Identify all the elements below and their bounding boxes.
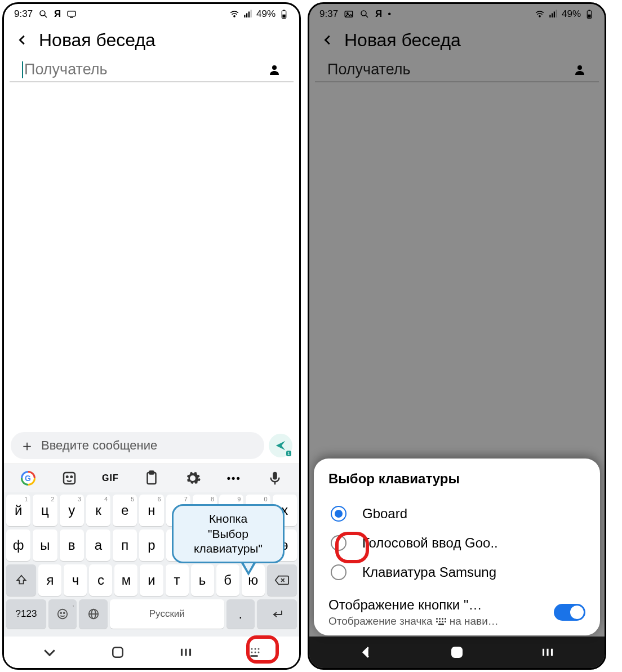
key-б[interactable]: б — [216, 564, 239, 596]
key-в[interactable]: в — [60, 529, 84, 561]
key-ь[interactable]: ь — [191, 564, 214, 596]
compose-pill[interactable]: ＋ Введите сообщение — [11, 432, 264, 459]
keyboard-option-samsung[interactable]: Клавиатура Samsung — [328, 558, 585, 587]
dot-icon: • — [388, 8, 391, 20]
toggle-subtitle: Отображение значка на нави… — [328, 615, 554, 628]
wifi-icon — [535, 9, 545, 19]
mic-icon[interactable] — [266, 470, 283, 487]
keyboard-picker-sheet: Выбор клавиатуры Gboard Голосовой ввод G… — [314, 459, 600, 635]
nav-back[interactable] — [358, 644, 375, 661]
battery-pct: 49% — [562, 8, 581, 20]
key-с[interactable]: с — [89, 564, 112, 596]
sticker-icon[interactable] — [61, 470, 78, 487]
attach-icon[interactable]: ＋ — [20, 436, 34, 456]
google-icon[interactable] — [20, 470, 37, 487]
key-ы[interactable]: ы — [33, 529, 57, 561]
sim-badge: 1 — [286, 451, 291, 456]
toggle-label: Отображение кнопки "… — [328, 597, 554, 613]
page-title: Новая беседа — [344, 30, 461, 51]
key-н[interactable]: н6 — [139, 495, 163, 526]
keyboard-option-gboard[interactable]: Gboard — [328, 499, 585, 528]
contact-picker-icon[interactable] — [573, 63, 587, 77]
svg-point-53 — [577, 65, 582, 70]
gif-button[interactable]: GIF — [102, 470, 119, 487]
recipient-placeholder: Получатель — [24, 61, 268, 78]
signal-icon — [243, 9, 253, 19]
svg-rect-11 — [283, 10, 285, 11]
app-header: Новая беседа — [4, 22, 299, 56]
svg-point-14 — [66, 476, 68, 478]
key-у[interactable]: у3 — [60, 495, 84, 526]
keyboard-toolbar: GIF ••• — [4, 464, 299, 492]
back-button[interactable] — [322, 32, 334, 49]
svg-rect-2 — [68, 11, 76, 16]
emoji-key[interactable]: , — [48, 599, 77, 629]
ya-icon: Я — [54, 8, 61, 20]
keyboard-dots-icon — [436, 618, 446, 625]
nav-home[interactable] — [448, 644, 465, 661]
enter-key[interactable] — [257, 599, 297, 629]
callout-tail — [241, 562, 256, 576]
nav-hide-keyboard[interactable] — [41, 644, 58, 661]
svg-point-22 — [58, 609, 68, 619]
nav-home[interactable] — [109, 644, 126, 661]
shift-key[interactable] — [6, 564, 36, 596]
toggle-switch-on[interactable] — [554, 604, 585, 621]
key-р[interactable]: р — [139, 529, 163, 561]
sheet-title: Выбор клавиатуры — [328, 471, 585, 487]
key-к[interactable]: к4 — [86, 495, 110, 526]
svg-point-45 — [539, 16, 540, 17]
status-time: 9:37 — [14, 8, 33, 20]
key-а[interactable]: а — [86, 529, 110, 561]
svg-point-12 — [272, 65, 277, 70]
space-key[interactable]: Русский — [110, 599, 224, 629]
svg-point-4 — [234, 16, 235, 17]
nav-recents[interactable] — [539, 644, 556, 661]
recipient-field[interactable]: Получатель — [10, 56, 294, 82]
status-time: 9:37 — [319, 8, 338, 20]
key-е[interactable]: е5 — [113, 495, 137, 526]
key-п[interactable]: п — [113, 529, 137, 561]
recipient-field[interactable]: Получатель — [315, 56, 599, 82]
svg-line-44 — [366, 15, 368, 17]
contact-picker-icon[interactable] — [268, 63, 281, 77]
svg-rect-8 — [250, 10, 251, 18]
cast-icon — [66, 9, 77, 19]
battery-pct: 49% — [256, 8, 276, 20]
nav-recents[interactable] — [177, 644, 194, 661]
svg-rect-46 — [549, 15, 550, 18]
more-icon[interactable]: ••• — [225, 470, 242, 487]
svg-point-23 — [60, 612, 61, 613]
svg-rect-52 — [589, 10, 590, 11]
svg-rect-6 — [246, 14, 247, 18]
page-title: Новая беседа — [39, 30, 156, 51]
language-key[interactable] — [79, 599, 108, 629]
compose-row: ＋ Введите сообщение 1 — [4, 428, 299, 464]
radio-checked[interactable] — [331, 506, 346, 522]
key-й[interactable]: й1 — [6, 495, 30, 526]
key-т[interactable]: т — [166, 564, 189, 596]
key-я[interactable]: я — [38, 564, 61, 596]
radio-unchecked[interactable] — [331, 564, 346, 580]
svg-rect-7 — [248, 12, 250, 18]
symbols-key[interactable]: ?123 — [6, 599, 46, 629]
clipboard-icon[interactable] — [143, 470, 160, 487]
send-button[interactable]: 1 — [269, 434, 292, 457]
recipient-placeholder: Получатель — [327, 61, 573, 78]
key-м[interactable]: м — [114, 564, 137, 596]
key-ц[interactable]: ц2 — [33, 495, 57, 526]
period-key[interactable]: . — [226, 599, 255, 629]
key-row-4: ?123 , Русский . — [6, 599, 297, 629]
back-button[interactable] — [16, 32, 29, 49]
key-ф[interactable]: ф — [6, 529, 30, 561]
message-area — [4, 82, 299, 428]
svg-rect-49 — [556, 10, 557, 18]
settings-icon[interactable] — [184, 470, 201, 487]
key-и[interactable]: и — [140, 564, 163, 596]
nav-bar — [309, 637, 605, 668]
key-ч[interactable]: ч — [64, 564, 87, 596]
phone-left: 9:37 Я 49% Новая беседа — [2, 2, 301, 670]
svg-rect-47 — [552, 14, 553, 18]
backspace-key[interactable] — [267, 564, 297, 596]
show-button-toggle-row[interactable]: Отображение кнопки "… Отображение значка… — [328, 597, 585, 628]
